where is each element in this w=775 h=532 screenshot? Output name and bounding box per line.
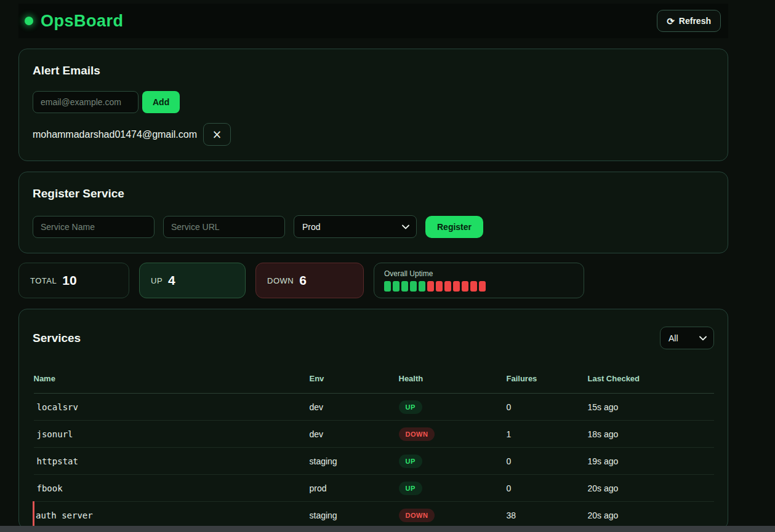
- uptime-segment: [410, 281, 417, 292]
- service-name: jsonurl: [34, 421, 310, 448]
- health-badge: UP: [399, 482, 422, 495]
- stats-row: TOTAL 10 UP 4 DOWN 6 Overall Uptime: [18, 263, 728, 298]
- stat-total-label: TOTAL: [30, 276, 57, 285]
- email-list-item: mohammadarshad01474@gmail.com ×: [33, 123, 714, 146]
- services-table: Name Env Health Failures Last Checked lo…: [33, 368, 714, 529]
- top-bar: OpsBoard ⟳ Refresh: [18, 4, 728, 38]
- uptime-segment: [419, 281, 425, 292]
- register-service-title: Register Service: [33, 187, 714, 200]
- service-url-input[interactable]: [163, 216, 285, 238]
- uptime-bar: [384, 281, 574, 292]
- service-last-checked: 19s ago: [588, 448, 715, 475]
- column-header-failures: Failures: [507, 368, 588, 394]
- table-row: auth serverstagingDOWN3820s ago: [34, 502, 715, 529]
- service-failures: 0: [507, 475, 588, 502]
- stat-down-label: DOWN: [267, 276, 294, 285]
- refresh-icon: ⟳: [667, 17, 675, 26]
- uptime-segment: [444, 281, 451, 292]
- stat-up: UP 4: [139, 263, 246, 298]
- remove-email-button[interactable]: ×: [203, 123, 231, 146]
- stat-up-value: 4: [168, 273, 175, 288]
- table-header-row: Name Env Health Failures Last Checked: [34, 368, 715, 394]
- close-icon: ×: [212, 127, 222, 141]
- uptime-segment: [470, 281, 477, 292]
- service-failures: 0: [507, 394, 588, 421]
- register-service-card: Register Service Prod Register: [18, 172, 728, 253]
- services-card: Services All Name Env Health Failures La…: [18, 309, 728, 530]
- status-dot-icon: [25, 17, 33, 25]
- health-badge: DOWN: [399, 509, 435, 522]
- service-failures: 0: [507, 448, 588, 475]
- service-failures: 1: [507, 421, 588, 448]
- table-row: httpstatstagingUP019s ago: [34, 448, 715, 475]
- service-name: auth server: [34, 502, 310, 529]
- services-filter-value: All: [669, 333, 678, 343]
- uptime-segment: [479, 281, 486, 292]
- service-name: httpstat: [34, 448, 310, 475]
- services-title: Services: [33, 332, 81, 345]
- app-title: OpsBoard: [41, 12, 124, 31]
- uptime-segment: [393, 281, 400, 292]
- column-header-env: Env: [310, 368, 399, 394]
- service-name-input[interactable]: [33, 216, 155, 238]
- app-logo: OpsBoard: [25, 12, 124, 31]
- service-health: DOWN: [399, 421, 507, 448]
- page-container: OpsBoard ⟳ Refresh Alert Emails Add moha…: [18, 4, 728, 530]
- refresh-button[interactable]: ⟳ Refresh: [657, 10, 721, 32]
- register-button[interactable]: Register: [425, 216, 483, 238]
- env-select-value: Prod: [302, 222, 321, 232]
- uptime-segment: [453, 281, 460, 292]
- service-env: dev: [310, 421, 399, 448]
- column-header-health: Health: [399, 368, 507, 394]
- service-last-checked: 18s ago: [588, 421, 715, 448]
- service-name: localsrv: [34, 394, 310, 421]
- refresh-label: Refresh: [679, 16, 711, 26]
- stat-down: DOWN 6: [255, 263, 364, 298]
- service-last-checked: 20s ago: [588, 502, 715, 529]
- service-health: DOWN: [399, 502, 507, 529]
- table-row: jsonurldevDOWN118s ago: [34, 421, 715, 448]
- stat-total-value: 10: [62, 273, 76, 288]
- stat-up-label: UP: [151, 276, 163, 285]
- stat-total: TOTAL 10: [18, 263, 129, 298]
- uptime-segment: [427, 281, 434, 292]
- service-env: prod: [310, 475, 399, 502]
- table-row: localsrvdevUP015s ago: [34, 394, 715, 421]
- table-row: fbookprodUP020s ago: [34, 475, 715, 502]
- service-name: fbook: [34, 475, 310, 502]
- email-address: mohammadarshad01474@gmail.com: [33, 129, 197, 140]
- column-header-name: Name: [34, 368, 310, 394]
- uptime-segment: [436, 281, 443, 292]
- add-email-button[interactable]: Add: [142, 91, 180, 113]
- service-last-checked: 15s ago: [588, 394, 715, 421]
- service-env: dev: [310, 394, 399, 421]
- chevron-down-icon: [699, 336, 707, 341]
- health-badge: UP: [399, 455, 422, 468]
- service-env: staging: [310, 448, 399, 475]
- alert-emails-title: Alert Emails: [33, 64, 714, 77]
- health-badge: UP: [399, 400, 422, 414]
- chevron-down-icon: [402, 224, 409, 229]
- services-filter-select[interactable]: All: [660, 327, 714, 349]
- overall-uptime-label: Overall Uptime: [384, 269, 574, 278]
- services-table-body: localsrvdevUP015s agojsonurldevDOWN118s …: [34, 394, 715, 529]
- service-health: UP: [399, 448, 507, 475]
- horizontal-scrollbar[interactable]: [0, 526, 775, 532]
- service-failures: 38: [507, 502, 588, 529]
- overall-uptime-card: Overall Uptime: [374, 263, 584, 298]
- service-health: UP: [399, 475, 507, 502]
- uptime-segment: [384, 281, 391, 292]
- uptime-segment: [401, 281, 408, 292]
- email-input[interactable]: [33, 91, 139, 113]
- service-last-checked: 20s ago: [588, 475, 715, 502]
- column-header-last-checked: Last Checked: [588, 368, 715, 394]
- service-env: staging: [310, 502, 399, 529]
- stat-down-value: 6: [299, 273, 307, 288]
- uptime-segment: [462, 281, 468, 292]
- alert-emails-card: Alert Emails Add mohammadarshad01474@gma…: [18, 49, 728, 161]
- health-badge: DOWN: [399, 427, 435, 441]
- service-health: UP: [399, 394, 507, 421]
- env-select[interactable]: Prod: [294, 215, 417, 238]
